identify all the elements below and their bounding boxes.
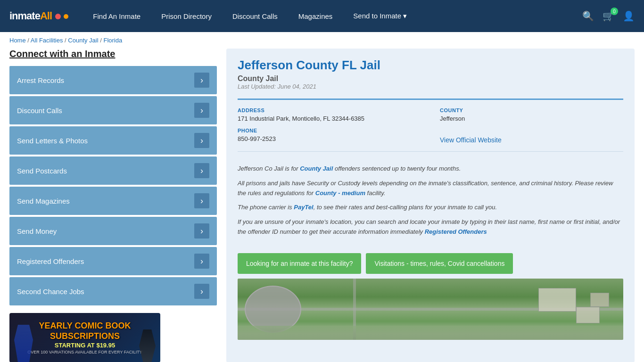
nav-links: Find An Inmate Prison Directory Discount… (83, 0, 582, 32)
official-website-link[interactable]: View Official Website (440, 136, 502, 144)
description-block: Jefferson Co Jail is for County Jail off… (238, 159, 623, 247)
info-grid: ADDRESS 171 Industrial Park, Monticello,… (238, 99, 623, 152)
arrow-icon: › (194, 254, 209, 269)
user-icon[interactable]: 👤 (623, 10, 635, 22)
sidebar-item-send-letters[interactable]: Send Letters & Photos › (9, 126, 217, 155)
facility-card: Jefferson County FL Jail County Jail Las… (226, 49, 635, 362)
main-nav: inmateAll Find An Inmate Prison Director… (0, 0, 644, 32)
sidebar-label-registered-offenders: Registered Offenders (17, 257, 84, 265)
desc-3: The phone carrier is PayTel, to see thei… (238, 203, 623, 213)
nav-icons: 🔍 🛒 0 👤 (582, 10, 635, 22)
phone-label: PHONE (238, 128, 421, 133)
paytel-link[interactable]: PayTel (294, 204, 313, 211)
sidebar-item-send-magazines[interactable]: Send Magazines › (9, 187, 217, 215)
ad-title: YEARLY COMIC BOOKSUBSCRIPTIONS (39, 321, 131, 341)
sidebar-menu: Arrest Records › Discount Calls › Send L… (9, 66, 217, 305)
sidebar-label-send-magazines: Send Magazines (17, 197, 70, 205)
arrow-icon: › (194, 103, 209, 118)
nav-discount-calls[interactable]: Discount Calls (222, 0, 288, 32)
logo[interactable]: inmateAll (9, 10, 68, 22)
sidebar-title: Connect with an Inmate (9, 49, 217, 59)
registered-offenders-link[interactable]: Registered Offenders (425, 228, 487, 235)
nav-magazines[interactable]: Magazines (288, 0, 343, 32)
nav-find-inmate[interactable]: Find An Inmate (83, 0, 151, 32)
county-label: COUNTY (440, 107, 623, 113)
nav-prison-directory[interactable]: Prison Directory (151, 0, 222, 32)
arrow-icon: › (194, 193, 209, 208)
visitations-button[interactable]: Visitations - times, rules, Covid cancel… (366, 253, 513, 274)
arrow-icon: › (194, 284, 209, 299)
ad-banner[interactable]: YEARLY COMIC BOOKSUBSCRIPTIONS STARTING … (9, 313, 160, 362)
action-buttons: Looking for an inmate at this facility? … (238, 253, 623, 274)
county-section: COUNTY Jefferson View Official Website (440, 107, 623, 144)
county-jail-link[interactable]: County Jail (300, 165, 333, 172)
phone-value: 850-997-2523 (238, 135, 421, 142)
ad-desc: OVER 100 VARIATIONS AVAILABLE FOR EVERY … (27, 350, 142, 354)
cart-badge: 0 (611, 8, 618, 15)
sidebar-item-second-chance-jobs[interactable]: Second Chance Jobs › (9, 277, 217, 305)
arrow-icon: › (194, 73, 209, 88)
county-value: Jefferson (440, 115, 623, 122)
arrow-icon: › (194, 223, 209, 239)
sidebar-item-send-postcards[interactable]: Send Postcards › (9, 156, 217, 185)
ad-price: STARTING AT $19.95 (55, 342, 115, 349)
sidebar-item-send-money[interactable]: Send Money › (9, 217, 217, 245)
search-icon[interactable]: 🔍 (582, 10, 594, 22)
sidebar-label-discount-calls: Discount Calls (17, 107, 62, 115)
cart-icon[interactable]: 🛒 0 (603, 10, 614, 22)
breadcrumb-florida[interactable]: Florida (103, 37, 122, 44)
aerial-photo (238, 279, 623, 340)
sidebar-label-send-money: Send Money (17, 227, 57, 235)
facility-updated: Last Updated: June 04, 2021 (238, 83, 623, 90)
desc-2: All prisons and jails have Security or C… (238, 179, 623, 198)
sidebar-label-arrest-records: Arrest Records (17, 76, 64, 84)
address-section: ADDRESS 171 Industrial Park, Monticello,… (238, 107, 421, 144)
main-content: Connect with an Inmate Arrest Records › … (0, 49, 644, 362)
desc-1: Jefferson Co Jail is for County Jail off… (238, 164, 623, 174)
county-medium-link[interactable]: County - medium (315, 189, 365, 197)
breadcrumb-all-facilities[interactable]: All Facilities (31, 37, 63, 44)
address-value: 171 Industrial Park, Monticello, FL 3234… (238, 115, 421, 122)
arrow-icon: › (194, 133, 209, 148)
arrow-icon: › (194, 163, 209, 178)
breadcrumb-home[interactable]: Home (9, 37, 26, 44)
logo-text: inmateAll (9, 10, 68, 22)
sidebar-label-second-chance-jobs: Second Chance Jobs (17, 288, 84, 296)
sidebar-item-arrest-records[interactable]: Arrest Records › (9, 66, 217, 94)
looking-for-inmate-button[interactable]: Looking for an inmate at this facility? (238, 253, 361, 274)
desc-4: If you are unsure of your inmate's locat… (238, 217, 623, 237)
sidebar: Connect with an Inmate Arrest Records › … (9, 49, 217, 362)
facility-type: County Jail (238, 74, 623, 83)
sidebar-label-send-letters: Send Letters & Photos (17, 137, 88, 145)
sidebar-item-discount-calls[interactable]: Discount Calls › (9, 96, 217, 124)
facility-name: Jefferson County FL Jail (238, 58, 623, 73)
nav-send-to-inmate[interactable]: Send to Inmate ▾ (343, 0, 417, 32)
sidebar-label-send-postcards: Send Postcards (17, 167, 67, 175)
breadcrumb: Home / All Facilities / County Jail / Fl… (0, 32, 644, 49)
breadcrumb-county-jail[interactable]: County Jail (68, 37, 98, 44)
address-label: ADDRESS (238, 107, 421, 113)
sidebar-item-registered-offenders[interactable]: Registered Offenders › (9, 247, 217, 275)
